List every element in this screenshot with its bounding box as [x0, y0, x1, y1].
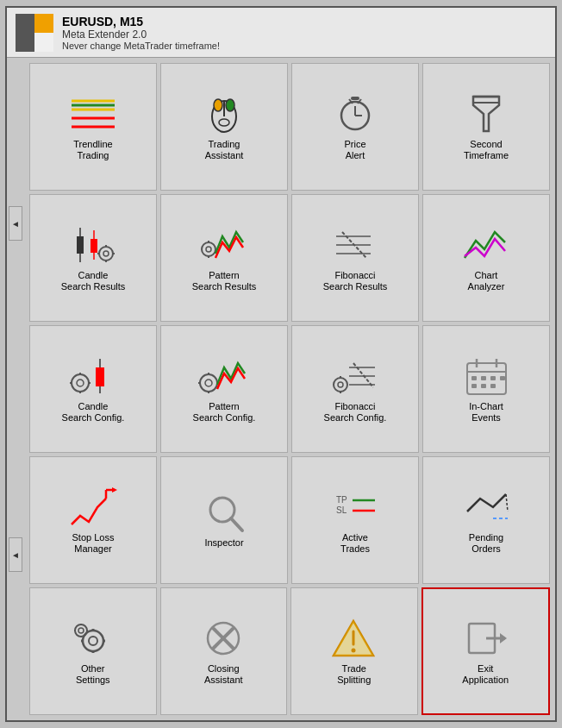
fibonacci-search-config-button[interactable]: FibonacciSearch Config.: [291, 325, 419, 453]
svg-text:SL: SL: [336, 505, 347, 515]
other-settings-button[interactable]: OtherSettings: [29, 587, 157, 715]
svg-point-40: [72, 374, 89, 392]
svg-point-90: [75, 624, 87, 637]
candle-search-results-button[interactable]: CandleSearch Results: [29, 194, 157, 322]
arrow-bottom-button[interactable]: ◄: [9, 537, 22, 572]
svg-rect-70: [481, 384, 486, 388]
header-pair: EURUSD, M15: [62, 15, 220, 28]
app-window: EURUSD, M15 Meta Extender 2.0 Never chan…: [5, 6, 557, 722]
trading-assistant-button[interactable]: TradingAssistant: [160, 63, 288, 191]
active-trades-icon: TP SL: [329, 486, 381, 529]
exit-application-button[interactable]: ExitApplication: [422, 587, 551, 715]
main-content: ◄ ◄ TrendlineTrading: [7, 58, 555, 720]
inspector-icon: [198, 491, 250, 534]
exit-application-label: ExitApplication: [462, 663, 509, 686]
x-mark-icon: [197, 617, 249, 660]
candle-config-icon: [67, 355, 119, 398]
svg-rect-47: [96, 367, 104, 386]
svg-rect-1: [34, 14, 53, 33]
svg-point-49: [205, 380, 212, 386]
svg-point-27: [103, 251, 109, 256]
price-alert-label: PriceAlert: [344, 139, 365, 161]
svg-rect-71: [490, 384, 496, 388]
trendline-icon: [67, 92, 119, 135]
second-timeframe-label: SecondTimeframe: [464, 139, 509, 161]
funnel-icon: [460, 92, 512, 135]
svg-text:TP: TP: [336, 495, 347, 505]
stop-loss-manager-label: Stop LossManager: [72, 532, 115, 555]
candle-results-icon: [67, 223, 119, 267]
active-trades-label: ActiveTrades: [340, 532, 370, 555]
pattern-search-results-label: PatternSearch Results: [192, 270, 257, 292]
warning-icon: [328, 617, 380, 660]
stop-loss-manager-button[interactable]: Stop LossManager: [29, 456, 157, 584]
pending-orders-button[interactable]: PendingOrders: [422, 456, 550, 584]
other-settings-label: OtherSettings: [76, 663, 110, 686]
svg-rect-0: [16, 14, 34, 52]
svg-point-55: [338, 382, 343, 387]
svg-rect-18: [351, 97, 359, 100]
svg-rect-2: [34, 33, 53, 52]
clock-icon: [329, 92, 381, 135]
svg-line-83: [506, 494, 508, 511]
inspector-button[interactable]: Inspector: [160, 456, 288, 584]
header-info: EURUSD, M15 Meta Extender 2.0 Never chan…: [62, 15, 220, 51]
stop-loss-icon: [67, 486, 119, 529]
svg-point-10: [214, 99, 222, 111]
svg-marker-105: [500, 633, 507, 643]
svg-point-32: [202, 242, 215, 256]
trendline-trading-label: TrendlineTrading: [73, 139, 112, 161]
closing-assistant-button[interactable]: ClosingAssistant: [160, 587, 288, 715]
svg-rect-68: [490, 376, 496, 380]
second-timeframe-button[interactable]: SecondTimeframe: [422, 63, 550, 191]
exit-icon: [459, 617, 511, 660]
in-chart-events-button[interactable]: In-ChartEvents: [422, 325, 550, 453]
trendline-trading-button[interactable]: TrendlineTrading: [29, 63, 157, 191]
pending-orders-icon: [460, 486, 512, 529]
grid-row-5: OtherSettings ClosingAssistant: [29, 587, 550, 715]
grid-row-1: TrendlineTrading TradingAssistant: [29, 63, 550, 191]
svg-marker-75: [112, 487, 117, 493]
fibonacci-search-results-label: FibonacciSearch Results: [323, 270, 388, 292]
svg-rect-72: [500, 376, 505, 380]
svg-rect-67: [481, 376, 486, 380]
svg-point-48: [200, 374, 217, 392]
pattern-search-config-button[interactable]: PatternSearch Config.: [160, 325, 288, 453]
trade-splitting-button[interactable]: TradeSplitting: [290, 587, 418, 715]
closing-assistant-label: ClosingAssistant: [204, 663, 243, 686]
grid-row-2: CandleSearch Results: [29, 194, 550, 322]
pattern-results-icon: [198, 223, 250, 267]
in-chart-events-label: In-ChartEvents: [469, 401, 503, 424]
active-trades-button[interactable]: TP SL ActiveTrades: [291, 456, 419, 584]
header-product: Meta Extender 2.0: [62, 28, 220, 41]
header: EURUSD, M15 Meta Extender 2.0 Never chan…: [7, 8, 555, 58]
grid-row-3: CandleSearch Config.: [29, 325, 550, 453]
chart-analyzer-button[interactable]: ChartAnalyzer: [422, 194, 550, 322]
pattern-config-icon: [198, 355, 250, 398]
svg-rect-23: [77, 236, 84, 254]
fib-results-icon: [329, 223, 381, 267]
svg-point-91: [78, 628, 84, 633]
chart-analyzer-label: ChartAnalyzer: [468, 270, 505, 292]
svg-line-77: [231, 518, 242, 530]
svg-rect-69: [471, 384, 477, 388]
svg-point-33: [206, 247, 211, 252]
mouse-icon: [198, 92, 250, 135]
pattern-search-results-button[interactable]: PatternSearch Results: [160, 194, 288, 322]
header-warning: Never change MetaTrader timeframe!: [62, 41, 220, 51]
calendar-icon: [460, 355, 512, 398]
candle-search-results-label: CandleSearch Results: [61, 270, 126, 292]
svg-point-54: [334, 378, 347, 392]
trade-splitting-label: TradeSplitting: [337, 663, 371, 686]
candle-search-config-button[interactable]: CandleSearch Config.: [29, 325, 157, 453]
fibonacci-search-results-button[interactable]: FibonacciSearch Results: [291, 194, 419, 322]
price-alert-button[interactable]: PriceAlert: [291, 63, 419, 191]
arrow-top-button[interactable]: ◄: [9, 206, 22, 241]
fibonacci-search-config-label: FibonacciSearch Config.: [324, 401, 387, 424]
button-grid: TrendlineTrading TradingAssistant: [24, 58, 555, 720]
trading-assistant-label: TradingAssistant: [205, 139, 244, 161]
pending-orders-label: PendingOrders: [469, 532, 503, 555]
svg-point-11: [226, 99, 234, 111]
svg-point-26: [99, 247, 113, 260]
svg-line-61: [353, 363, 373, 387]
